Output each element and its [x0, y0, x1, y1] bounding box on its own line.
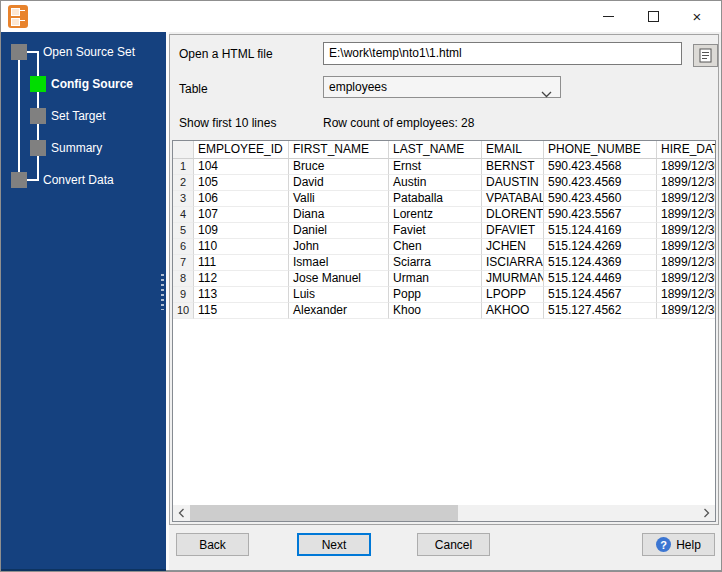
data-cell: Khoo — [389, 303, 482, 319]
step-marker-convert-data — [11, 172, 27, 188]
scroll-left-button[interactable] — [173, 505, 190, 521]
table-row[interactable]: 1104BruceErnstBERNST590.423.45681899/12/… — [173, 159, 716, 175]
data-cell: Sciarra — [389, 255, 482, 271]
data-cell: Jose Manuel — [289, 271, 389, 287]
help-button[interactable]: ? Help — [642, 533, 715, 556]
data-cell: 1899/12/30 — [657, 191, 716, 207]
minimize-button[interactable] — [591, 1, 625, 32]
chevron-left-icon — [178, 508, 185, 518]
data-cell: LPOPP — [482, 287, 544, 303]
back-button[interactable]: Back — [176, 533, 249, 556]
data-cell: VPATABAL — [482, 191, 544, 207]
cancel-button[interactable]: Cancel — [417, 533, 490, 556]
scroll-right-button[interactable] — [698, 505, 715, 521]
column-header-email[interactable]: EMAIL — [482, 141, 544, 159]
row-number-cell: 1 — [173, 159, 194, 175]
data-cell: 1899/12/30 — [657, 239, 716, 255]
data-cell: 1899/12/30 — [657, 175, 716, 191]
data-cell: Alexander — [289, 303, 389, 319]
app-icon-line — [19, 10, 25, 11]
data-cell: 590.423.4568 — [544, 159, 657, 175]
maximize-icon — [648, 11, 659, 22]
table-row[interactable]: 5109DanielFavietDFAVIET515.124.41691899/… — [173, 223, 716, 239]
data-cell: 1899/12/30 — [657, 287, 716, 303]
data-cell: 590.423.4560 — [544, 191, 657, 207]
data-cell: 111 — [194, 255, 289, 271]
data-cell: DLORENTZ — [482, 207, 544, 223]
table-body: 1104BruceErnstBERNST590.423.45681899/12/… — [173, 159, 715, 319]
row-number-cell: 8 — [173, 271, 194, 287]
horizontal-scrollbar[interactable] — [173, 505, 715, 521]
step-connector-line — [18, 60, 20, 172]
html-file-path-input[interactable]: E:\work\temp\nto1\1.html — [323, 42, 682, 65]
data-cell: Daniel — [289, 223, 389, 239]
data-cell: 515.124.4567 — [544, 287, 657, 303]
data-cell: David — [289, 175, 389, 191]
next-button[interactable]: Next — [297, 533, 371, 556]
wizard-window: × Open Source Set Config Source Set Targ… — [0, 0, 722, 572]
column-header-phone_numbe[interactable]: PHONE_NUMBE — [544, 141, 657, 159]
row-number-cell: 6 — [173, 239, 194, 255]
step-marker-set-target — [30, 108, 46, 124]
table-row[interactable]: 4107DianaLorentzDLORENTZ590.423.55671899… — [173, 207, 716, 223]
data-cell: 515.124.4269 — [544, 239, 657, 255]
browse-file-button[interactable] — [693, 44, 718, 67]
data-cell: Ernst — [389, 159, 482, 175]
table-row[interactable]: 10115AlexanderKhooAKHOO515.127.45621899/… — [173, 303, 716, 319]
data-cell: 1899/12/30 — [657, 223, 716, 239]
data-cell: Valli — [289, 191, 389, 207]
step-marker-open-source-set — [11, 44, 27, 60]
row-number-cell: 3 — [173, 191, 194, 207]
help-question-icon: ? — [656, 537, 671, 552]
table-row[interactable]: 6110JohnChenJCHEN515.124.42691899/12/30 — [173, 239, 716, 255]
data-cell: 1899/12/30 — [657, 271, 716, 287]
row-number-cell: 2 — [173, 175, 194, 191]
data-cell: 1899/12/30 — [657, 207, 716, 223]
chevron-down-icon — [541, 84, 552, 104]
row-number-cell: 4 — [173, 207, 194, 223]
table-row[interactable]: 7111IsmaelSciarraISCIARRA515.124.4369189… — [173, 255, 716, 271]
step-connector-line — [27, 51, 39, 53]
column-header-employee_id[interactable]: EMPLOYEE_ID — [194, 141, 289, 159]
table-select-value: employees — [329, 80, 387, 94]
column-header-first_name[interactable]: FIRST_NAME — [289, 141, 389, 159]
sidebar-item-config-source: Config Source — [51, 76, 133, 92]
sidebar-item-set-target: Set Target — [51, 108, 105, 124]
row-number-cell: 9 — [173, 287, 194, 303]
data-cell: 590.423.5567 — [544, 207, 657, 223]
show-lines-label: Show first 10 lines — [179, 116, 276, 130]
sidebar-splitter-grip[interactable] — [161, 274, 164, 310]
data-cell: Bruce — [289, 159, 389, 175]
data-cell: 112 — [194, 271, 289, 287]
table-row[interactable]: 8112Jose ManuelUrmanJMURMAN515.124.44691… — [173, 271, 716, 287]
data-cell: 104 — [194, 159, 289, 175]
scrollbar-thumb[interactable] — [190, 505, 458, 521]
maximize-button[interactable] — [636, 1, 670, 32]
data-cell: DFAVIET — [482, 223, 544, 239]
minimize-icon — [603, 16, 614, 17]
step-marker-summary — [30, 140, 46, 156]
data-cell: Lorentz — [389, 207, 482, 223]
column-header-last_name[interactable]: LAST_NAME — [389, 141, 482, 159]
step-marker-config-source-active — [30, 76, 46, 92]
corner-header-cell — [173, 141, 194, 159]
table-row[interactable]: 9113LuisPoppLPOPP515.124.45671899/12/30 — [173, 287, 716, 303]
data-cell: 1899/12/30 — [657, 303, 716, 319]
close-button[interactable]: × — [680, 1, 714, 32]
column-header-hire_date[interactable]: HIRE_DATE — [657, 141, 716, 159]
data-cell: DAUSTIN — [482, 175, 544, 191]
row-count-label: Row count of employees: 28 — [323, 116, 474, 130]
data-cell: JCHEN — [482, 239, 544, 255]
table-row[interactable]: 3106ValliPataballaVPATABAL590.423.456018… — [173, 191, 716, 207]
data-cell: ISCIARRA — [482, 255, 544, 271]
table-select-dropdown[interactable]: employees — [323, 76, 561, 98]
scrollbar-track[interactable] — [190, 505, 698, 521]
document-icon — [699, 48, 712, 63]
data-cell: 515.127.4562 — [544, 303, 657, 319]
data-cell: 1899/12/30 — [657, 159, 716, 175]
data-cell: Faviet — [389, 223, 482, 239]
sidebar-item-summary: Summary — [51, 140, 102, 156]
table-row[interactable]: 2105DavidAustinDAUSTIN590.423.45691899/1… — [173, 175, 716, 191]
close-icon: × — [693, 9, 702, 24]
data-cell: Austin — [389, 175, 482, 191]
